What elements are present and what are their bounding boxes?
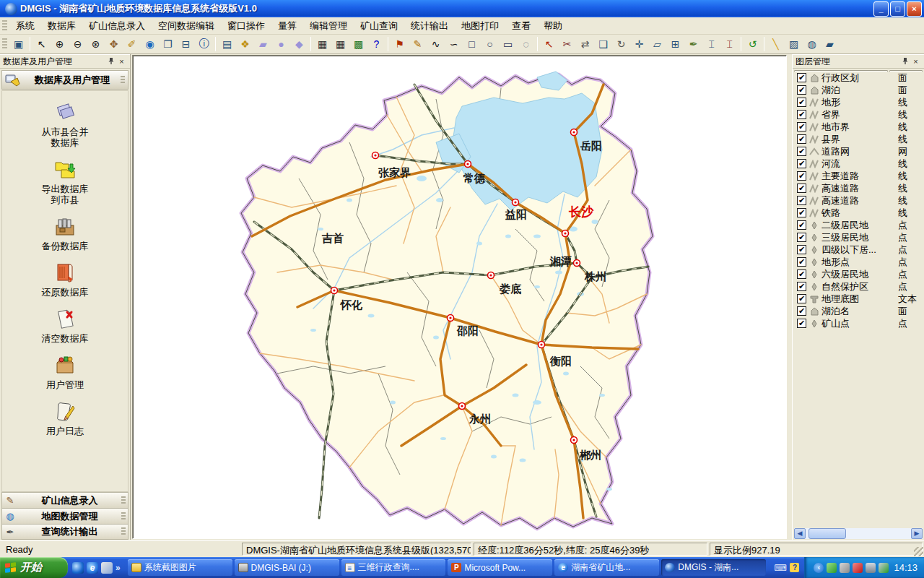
- layer-row[interactable]: ✔道路网网: [794, 145, 923, 158]
- city-marker[interactable]: [574, 260, 580, 267]
- city-marker[interactable]: [459, 403, 466, 410]
- layer-checkbox[interactable]: ✔: [797, 159, 806, 168]
- layer-name[interactable]: 河流: [821, 158, 898, 171]
- close-button[interactable]: ×: [907, 1, 922, 17]
- print-button[interactable]: ▦: [314, 36, 331, 53]
- attribute-table-button[interactable]: ⊞: [667, 36, 684, 53]
- outlook-icon[interactable]: [101, 562, 113, 574]
- layer-row[interactable]: ✔行政区划面: [794, 72, 923, 84]
- layer-checkbox[interactable]: ✔: [797, 85, 806, 95]
- export-image-button[interactable]: ▩: [350, 36, 367, 53]
- menu-item-8[interactable]: 统计输出: [404, 17, 455, 35]
- layer-checkbox[interactable]: ✔: [797, 184, 806, 193]
- draw-rect-button[interactable]: □: [463, 36, 481, 53]
- layer-row[interactable]: ✔铁路线: [794, 207, 923, 219]
- layer-row[interactable]: ✔四级以下居...点: [794, 243, 923, 256]
- move-feature-button[interactable]: ✛: [631, 36, 648, 53]
- hide-chevron-icon[interactable]: ‹: [814, 563, 824, 573]
- draw-freehand-button[interactable]: ∽: [445, 36, 463, 53]
- action-export-db[interactable]: 导出数据库 到市县: [2, 158, 128, 205]
- edit-select-button[interactable]: ↖: [541, 36, 558, 53]
- repaint-brush-button[interactable]: ✐: [123, 36, 141, 53]
- action-restore-db[interactable]: 还原数据库: [2, 262, 128, 298]
- layer-name[interactable]: 地理底图: [821, 293, 898, 306]
- scroll-right-icon[interactable]: ▶: [911, 528, 923, 539]
- draw-ellipse2-button[interactable]: ◌: [518, 36, 535, 53]
- action-merge-db[interactable]: 从市县合并 数据库: [2, 101, 128, 148]
- refresh-undo-button[interactable]: ↺: [744, 36, 762, 53]
- layer-row[interactable]: ✔河流线: [794, 158, 923, 170]
- menu-grip[interactable]: [2, 20, 7, 32]
- layer-row[interactable]: ✔高速道路线: [794, 194, 923, 207]
- select-polygon-button[interactable]: ◆: [291, 36, 308, 53]
- layer-row[interactable]: ✔地形线: [794, 96, 923, 108]
- hatch-line-button[interactable]: ╲: [767, 36, 785, 53]
- layer-checkbox[interactable]: ✔: [797, 220, 806, 230]
- layer-row[interactable]: ✔地市界线: [794, 121, 923, 133]
- identify-info-button[interactable]: ⓘ: [196, 36, 213, 53]
- layer-checkbox[interactable]: ✔: [797, 294, 806, 303]
- action-user-log[interactable]: 用户日志: [2, 400, 128, 436]
- layer-row[interactable]: ✔湖泊面: [794, 84, 923, 96]
- menu-item-10[interactable]: 查看: [505, 17, 537, 35]
- layer-checkbox[interactable]: ✔: [797, 98, 806, 107]
- layer-row[interactable]: ✔高速道路线: [794, 182, 923, 194]
- taskbar-task-2[interactable]: ≡三维行政查询....: [341, 559, 446, 576]
- msn-globe-icon[interactable]: [72, 562, 84, 574]
- layer-name[interactable]: 自然保护区: [821, 280, 898, 293]
- city-marker[interactable]: [513, 199, 519, 206]
- minimize-button[interactable]: _: [873, 1, 889, 17]
- taskbar-task-3[interactable]: PMicrosoft Pow...: [448, 559, 552, 576]
- hatch-ellipse-button[interactable]: ◍: [803, 36, 821, 53]
- layer-row[interactable]: ✔主要道路线: [794, 170, 923, 182]
- city-marker[interactable]: [571, 437, 578, 444]
- layer-name[interactable]: 道路网: [821, 145, 898, 158]
- layer-checkbox[interactable]: ✔: [797, 306, 806, 316]
- measure-length-button[interactable]: ⌶: [703, 36, 720, 53]
- layer-checkbox[interactable]: ✔: [797, 269, 806, 279]
- hunan-map[interactable]: 张家界常德岳阳益阳长沙吉首湘潭株州怀化娄底邵阳衡阳永州郴州: [133, 56, 786, 538]
- layer-name[interactable]: 行政区划: [821, 72, 898, 85]
- display-icon[interactable]: [866, 563, 876, 573]
- left-panel-close-icon[interactable]: ×: [116, 56, 127, 66]
- maximize-button[interactable]: □: [890, 1, 905, 17]
- layer-checkbox[interactable]: ✔: [797, 147, 806, 156]
- select-pointer-button[interactable]: ↖: [33, 36, 51, 53]
- menu-item-11[interactable]: 帮助: [537, 17, 569, 35]
- city-marker[interactable]: [562, 230, 569, 237]
- city-marker[interactable]: [465, 161, 471, 168]
- layer-checkbox[interactable]: ✔: [797, 208, 806, 217]
- city-marker[interactable]: [372, 152, 379, 159]
- menu-item-2[interactable]: 矿山信息录入: [82, 17, 152, 35]
- layer-checkbox[interactable]: ✔: [797, 196, 806, 205]
- zoom-extent-button[interactable]: ⊛: [87, 36, 105, 53]
- layer-pin-icon[interactable]: [899, 56, 910, 66]
- green-util-icon[interactable]: [827, 563, 837, 573]
- hatch-rect-button[interactable]: ▨: [785, 36, 803, 53]
- layer-row[interactable]: ✔六级居民地点: [794, 268, 923, 280]
- layer-name[interactable]: 三级居民地: [821, 231, 898, 244]
- group-bar-1[interactable]: ◍地图数据管理: [1, 508, 128, 524]
- layer-name[interactable]: 六级居民地: [821, 268, 898, 281]
- layer-name[interactable]: 地市界: [821, 121, 898, 134]
- layer-row[interactable]: ✔县界线: [794, 133, 923, 145]
- print-map-button[interactable]: ▦: [332, 36, 349, 53]
- layer-row[interactable]: ✔三级居民地点: [794, 231, 923, 243]
- action-clear-db[interactable]: 清空数据库: [2, 308, 128, 344]
- layer-name[interactable]: 省界: [821, 108, 898, 121]
- pan-hand-button[interactable]: ✥: [105, 36, 123, 53]
- scroll-left-icon[interactable]: ◀: [794, 528, 806, 539]
- help-button[interactable]: ?: [368, 36, 385, 53]
- security-shield-icon[interactable]: [853, 563, 863, 573]
- menu-item-0[interactable]: 系统: [9, 17, 41, 35]
- layer-row[interactable]: ✔二级居民地点: [794, 219, 923, 231]
- layer-panel-close-icon[interactable]: ×: [910, 56, 921, 66]
- layer-name[interactable]: 县界: [821, 133, 898, 146]
- layer-panel-hscrollbar[interactable]: ◀ ▶: [794, 528, 923, 539]
- add-point-flag-button[interactable]: ⚑: [391, 36, 409, 53]
- edit-vertex-button[interactable]: ▱: [649, 36, 666, 53]
- layer-name[interactable]: 主要道路: [821, 170, 898, 183]
- select-ellipse-button[interactable]: ●: [273, 36, 290, 53]
- resize-grip[interactable]: [914, 547, 923, 556]
- layer-name[interactable]: 湖泊: [821, 84, 898, 97]
